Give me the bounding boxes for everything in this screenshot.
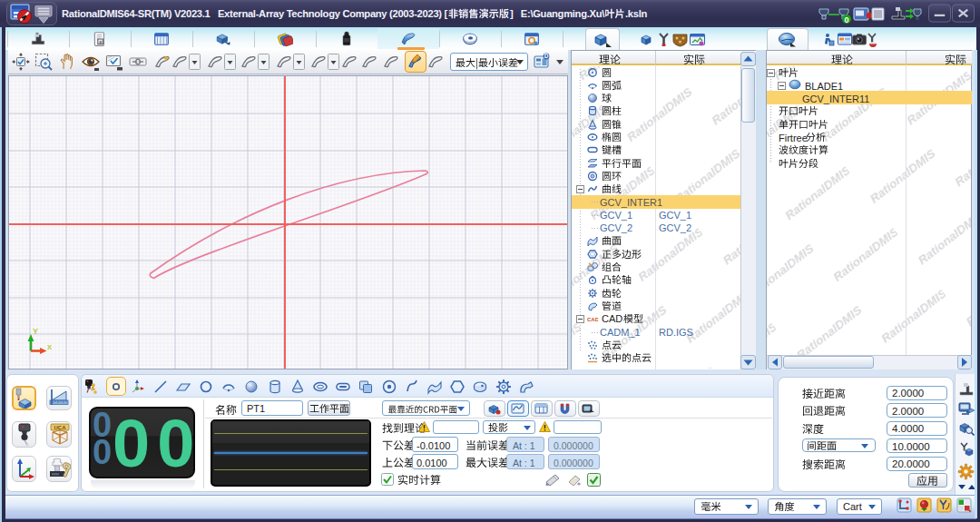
svg-text:Y: Y	[33, 327, 38, 336]
svg-text:a: a	[99, 39, 102, 44]
svg-text:x: x	[47, 342, 52, 351]
svg-text:UCA: UCA	[54, 425, 67, 430]
svg-text:0: 0	[844, 15, 848, 25]
svg-text:D: D	[544, 53, 549, 59]
svg-text:CAD: CAD	[587, 317, 598, 322]
